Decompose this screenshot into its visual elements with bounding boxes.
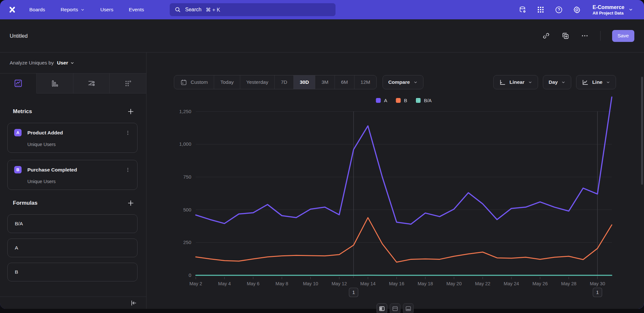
screen: Boards Reports Users Events Search ⌘ + K: [0, 0, 644, 313]
date-range-12m[interactable]: 12M: [355, 75, 376, 89]
annotation-badge[interactable]: 1: [349, 288, 358, 297]
compare-dropdown[interactable]: Compare: [383, 75, 423, 89]
legend-label: A: [384, 98, 387, 103]
copy-link-icon[interactable]: [542, 32, 550, 40]
legend-item-ba[interactable]: B/A: [416, 98, 431, 103]
metric-subtitle[interactable]: Unique Users: [27, 179, 131, 184]
workspace: Analyze Uniques by User: [0, 53, 644, 309]
nav-item-users[interactable]: Users: [100, 7, 113, 13]
series-A-line[interactable]: [196, 97, 612, 224]
layout-button-chart-only[interactable]: [403, 303, 414, 313]
legend-swatch-ba: [416, 98, 421, 103]
content-shell: Untitled Save Analyze Uniques by User: [0, 19, 644, 309]
legend-item-a[interactable]: A: [376, 98, 387, 103]
metric-subtitle[interactable]: Unique Users: [27, 142, 131, 147]
svg-text:May 4: May 4: [218, 281, 231, 286]
date-range-today[interactable]: Today: [214, 75, 240, 89]
search-input[interactable]: Search ⌘ + K: [170, 3, 336, 16]
nav-item-events[interactable]: Events: [129, 7, 144, 13]
legend-item-b[interactable]: B: [396, 98, 407, 103]
formula-label: B: [15, 269, 18, 275]
data-management-icon[interactable]: [518, 5, 527, 14]
date-range-30d[interactable]: 30D: [294, 75, 315, 89]
metric-row: A Product Added: [14, 129, 131, 136]
formula-label: B/A: [15, 221, 23, 227]
tab-bar-chart[interactable]: [37, 73, 73, 93]
mixpanel-logo-icon[interactable]: [8, 5, 16, 14]
add-formula-button[interactable]: [127, 200, 134, 207]
date-range-label: 6M: [341, 79, 348, 85]
tab-metrics-grid[interactable]: [110, 73, 146, 93]
kebab-menu-icon[interactable]: [125, 167, 131, 173]
chevron-down-icon: [413, 80, 418, 84]
duplicate-icon[interactable]: [562, 32, 569, 40]
formula-card-a[interactable]: A: [7, 239, 137, 257]
svg-text:May 8: May 8: [276, 281, 289, 286]
apps-grid-icon[interactable]: [536, 5, 545, 14]
date-range-7d[interactable]: 7D: [275, 75, 294, 89]
chart-type-dropdown[interactable]: Line: [576, 75, 616, 89]
svg-text:1: 1: [596, 289, 599, 295]
svg-text:1: 1: [352, 289, 355, 295]
report-header: Untitled Save: [0, 19, 644, 53]
metric-badge-b: B: [14, 166, 22, 173]
date-range-yesterday[interactable]: Yesterday: [240, 75, 275, 89]
legend-swatch-b: [396, 98, 401, 103]
chart-canvas: 02505007501,0001,25011May 2May 4May 6May…: [147, 53, 644, 309]
svg-text:May 24: May 24: [504, 281, 519, 286]
formula-card-ba[interactable]: B/A: [7, 214, 137, 233]
collapse-sidebar-icon[interactable]: [130, 299, 137, 307]
interval-dropdown[interactable]: Day: [543, 75, 571, 89]
svg-text:0: 0: [189, 272, 191, 278]
nav-item-label: Boards: [29, 7, 45, 13]
more-ellipsis-icon[interactable]: [581, 32, 589, 40]
compare-label: Compare: [388, 79, 410, 85]
scale-dropdown[interactable]: Linear: [493, 75, 538, 89]
add-metric-button[interactable]: [127, 108, 134, 115]
scrollbar-thumb[interactable]: [641, 77, 643, 185]
calendar-icon: [180, 79, 187, 86]
date-range-3m[interactable]: 3M: [315, 75, 335, 89]
formula-card-b[interactable]: B: [7, 263, 137, 281]
report-title[interactable]: Untitled: [10, 33, 28, 39]
scale-label: Linear: [509, 79, 525, 85]
date-range-6m[interactable]: 6M: [335, 75, 355, 89]
nav-item-label: Reports: [61, 7, 78, 13]
help-icon[interactable]: [554, 5, 563, 14]
tab-flows[interactable]: [73, 73, 110, 93]
search-icon: [175, 6, 181, 13]
flows-icon: [87, 79, 96, 88]
date-range-custom[interactable]: Custom: [174, 75, 214, 89]
settings-gear-icon[interactable]: [573, 5, 581, 14]
analyze-uniques-dropdown[interactable]: Analyze Uniques by User: [0, 53, 146, 73]
bar-chart-icon: [51, 79, 59, 88]
kebab-menu-icon[interactable]: [125, 130, 131, 136]
tab-insights[interactable]: [0, 73, 37, 93]
svg-text:May 28: May 28: [561, 281, 577, 286]
metric-name: Purchase Completed: [27, 167, 77, 173]
line-chart-icon: [582, 79, 589, 86]
save-button[interactable]: Save: [612, 30, 634, 42]
date-range-control: Custom Today Yesterday 7D 30D 3M 6M 12M: [174, 75, 377, 89]
layout-button-table-split[interactable]: [390, 303, 401, 313]
svg-text:1,000: 1,000: [179, 141, 191, 147]
annotation-badge[interactable]: 1: [593, 288, 602, 297]
nav-item-boards[interactable]: Boards: [29, 7, 45, 13]
nav-item-reports[interactable]: Reports: [61, 7, 85, 13]
metric-card-b[interactable]: B Purchase Completed Unique Users: [7, 160, 137, 190]
nav-right-cluster: E-Commerce All Project Data: [518, 4, 633, 15]
metric-card-a[interactable]: A Product Added Unique Users: [7, 123, 137, 153]
svg-text:May 16: May 16: [389, 281, 404, 286]
project-subtitle: All Project Data: [592, 11, 624, 15]
series-B-line[interactable]: [196, 218, 612, 262]
analyze-prefix: Analyze Uniques by: [10, 60, 54, 66]
date-range-label: 12M: [361, 79, 370, 85]
sidebar-body: Metrics A Product Added Unique Users: [0, 93, 146, 297]
date-range-label: Custom: [191, 79, 208, 85]
query-sidebar: Analyze Uniques by User: [0, 53, 147, 309]
metric-badge-a: A: [14, 129, 22, 136]
linear-axis-icon: [499, 79, 506, 86]
svg-text:May 30: May 30: [590, 281, 605, 286]
layout-button-chart-and-table[interactable]: [377, 303, 387, 313]
project-switcher[interactable]: E-Commerce All Project Data: [592, 4, 633, 15]
